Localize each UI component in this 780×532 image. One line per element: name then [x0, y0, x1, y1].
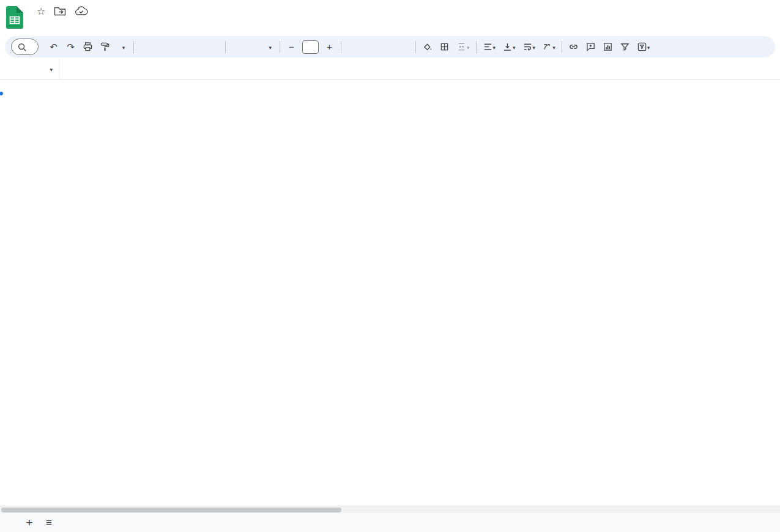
toolbar-divider: [225, 41, 226, 53]
undo-button[interactable]: [45, 39, 62, 55]
comment-icon: [585, 42, 596, 52]
horizontal-scrollbar-thumb[interactable]: [1, 508, 341, 512]
toolbar-divider: [476, 41, 477, 53]
increase-decimal-button[interactable]: [188, 39, 205, 55]
vertical-align-icon: [502, 42, 513, 52]
bold-button[interactable]: [344, 39, 361, 55]
format-currency-button[interactable]: [137, 39, 154, 55]
cloud-status-icon: [75, 6, 88, 16]
paint-format-button[interactable]: [97, 39, 113, 55]
filter-views-button[interactable]: [634, 39, 653, 55]
menus-search-button[interactable]: [11, 39, 39, 55]
text-rotation-icon: [542, 42, 552, 52]
chevron-down-icon: [533, 42, 536, 51]
redo-button[interactable]: [62, 39, 79, 55]
all-sheets-button[interactable]: [39, 513, 59, 532]
increase-font-size-button[interactable]: [321, 39, 338, 55]
functions-button[interactable]: [653, 39, 670, 55]
sheets-logo[interactable]: [6, 6, 23, 29]
chevron-down-icon: [122, 42, 125, 51]
toolbar-divider: [562, 41, 562, 53]
link-icon: [568, 42, 579, 52]
chevron-down-icon: [552, 42, 555, 51]
toolbar-divider: [280, 41, 280, 53]
print-icon: [83, 42, 93, 52]
undo-icon: [50, 42, 58, 51]
chevron-down-icon: [647, 42, 650, 51]
vertical-align-button[interactable]: [499, 39, 519, 55]
move-folder-icon[interactable]: [54, 6, 66, 17]
insert-link-button[interactable]: [565, 39, 582, 55]
font-select[interactable]: [229, 39, 277, 55]
align-left-icon: [483, 42, 493, 52]
plus-icon: [327, 42, 332, 51]
spreadsheet-grid: [0, 79, 780, 506]
toolbar-divider: [341, 41, 341, 53]
name-box-caret-icon: [50, 64, 53, 73]
chevron-down-icon: [493, 42, 496, 51]
formula-bar: [0, 59, 780, 79]
minus-icon: [289, 42, 294, 51]
formula-input[interactable]: [68, 59, 780, 79]
decrease-decimal-button[interactable]: [171, 39, 188, 55]
print-button[interactable]: [80, 39, 96, 55]
borders-button[interactable]: [436, 39, 453, 55]
toolbar-divider: [133, 41, 134, 53]
toolbar: [5, 36, 775, 57]
insert-chart-button[interactable]: [600, 39, 616, 55]
filter-icon: [620, 42, 630, 52]
insert-comment-button[interactable]: [582, 39, 599, 55]
paint-format-icon: [100, 42, 110, 52]
merge-cells-button[interactable]: [453, 39, 473, 55]
chart-icon: [603, 42, 613, 52]
filter-views-icon: [637, 42, 647, 52]
fill-color-icon: [422, 42, 433, 52]
chevron-down-icon: [513, 42, 516, 51]
strikethrough-button[interactable]: [379, 39, 395, 55]
sheet-tab-bar: [0, 513, 780, 532]
text-rotation-button[interactable]: [539, 39, 559, 55]
decrease-font-size-button[interactable]: [283, 39, 300, 55]
add-sheet-button[interactable]: [20, 513, 39, 532]
chevron-down-icon: [269, 42, 272, 51]
create-filter-button[interactable]: [617, 39, 633, 55]
text-wrap-icon: [522, 42, 533, 52]
search-icon: [17, 42, 27, 52]
google-sheets-app: [0, 0, 780, 532]
zoom-select[interactable]: [114, 39, 130, 55]
italic-button[interactable]: [362, 39, 378, 55]
star-icon[interactable]: [37, 6, 45, 17]
fill-color-button[interactable]: [419, 39, 436, 55]
name-box[interactable]: [0, 59, 59, 79]
redo-icon: [67, 42, 75, 51]
toolbar-divider: [415, 41, 416, 53]
column-headers: [0, 79, 780, 92]
text-wrap-button[interactable]: [519, 39, 539, 55]
horizontal-scrollbar-track[interactable]: [0, 506, 780, 513]
selection-overlay: [0, 92, 2, 95]
text-color-button[interactable]: [396, 39, 412, 55]
font-size-input[interactable]: [302, 40, 319, 54]
more-formats-button[interactable]: [206, 39, 222, 55]
merge-cells-icon: [456, 42, 467, 52]
borders-icon: [439, 42, 450, 52]
horizontal-align-button[interactable]: [480, 39, 499, 55]
format-percent-button[interactable]: [154, 39, 171, 55]
chevron-down-icon: [467, 42, 470, 51]
titlebar: [0, 0, 780, 35]
